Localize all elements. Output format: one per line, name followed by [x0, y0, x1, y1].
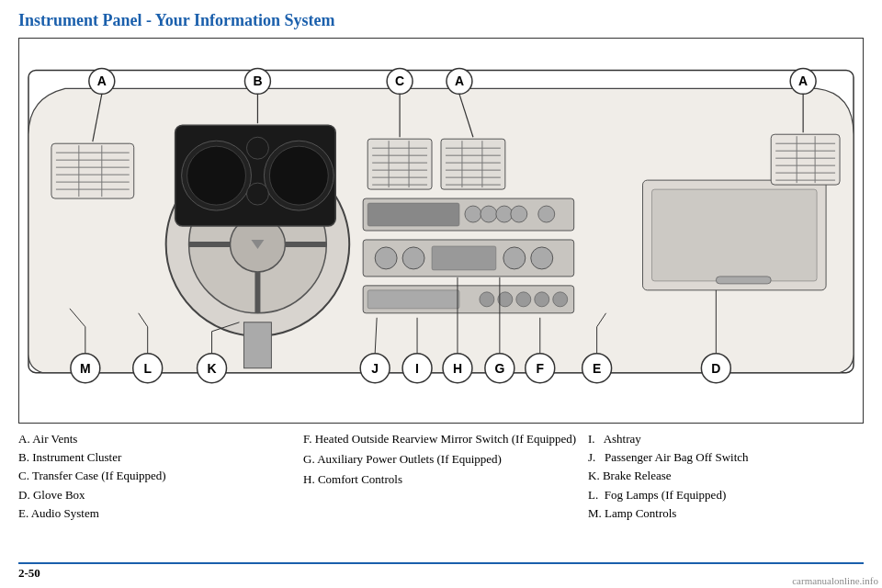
svg-point-71 — [480, 292, 494, 307]
svg-text:A: A — [97, 74, 107, 88]
svg-point-59 — [481, 206, 497, 222]
legend-letter-e: E. — [18, 506, 31, 520]
legend-letter-f: F. — [303, 432, 315, 446]
legend-area: A. Air Vents B. Instrument Cluster C. Tr… — [18, 431, 864, 559]
svg-point-64 — [375, 247, 397, 269]
svg-rect-1 — [51, 143, 134, 198]
legend-col-2: F. Heated Outside Rearview Mirror Switch… — [303, 431, 579, 559]
legend-item-f: F. Heated Outside Rearview Mirror Switch… — [303, 431, 579, 447]
svg-text:F: F — [536, 361, 544, 376]
svg-text:A: A — [798, 74, 808, 88]
svg-rect-21 — [243, 322, 271, 368]
page-footer: 2-50 — [18, 562, 864, 581]
svg-point-26 — [269, 146, 328, 205]
svg-text:B: B — [253, 74, 262, 88]
svg-text:G: G — [494, 361, 504, 376]
legend-item-m: M. Lamp Controls — [588, 505, 864, 522]
svg-text:K: K — [208, 361, 217, 376]
legend-item-i: I. Ashtray — [588, 431, 864, 447]
svg-point-28 — [246, 183, 268, 205]
legend-item-a: A. Air Vents — [18, 431, 294, 447]
legend-item-e: E. Audio System — [18, 505, 294, 522]
svg-point-58 — [465, 206, 481, 222]
legend-letter-m: M. — [588, 506, 605, 520]
svg-point-61 — [511, 206, 527, 222]
legend-item-j: J. Passenger Air Bag Off Switch — [588, 449, 864, 466]
legend-item-d: D. Glove Box — [18, 487, 294, 503]
page: Instrument Panel - Your Information Syst… — [0, 0, 882, 588]
legend-item-b: B. Instrument Cluster — [18, 449, 294, 466]
svg-point-27 — [246, 137, 268, 159]
legend-letter-a: A. — [18, 432, 32, 446]
svg-text:A: A — [455, 74, 464, 88]
svg-point-67 — [503, 247, 526, 269]
legend-letter-j: J. — [588, 450, 605, 464]
svg-text:H: H — [453, 361, 462, 376]
svg-rect-57 — [368, 203, 459, 226]
svg-point-65 — [402, 247, 424, 269]
legend-item-k: K. Brake Release — [588, 468, 864, 484]
svg-point-75 — [553, 292, 568, 307]
svg-text:M: M — [80, 361, 91, 376]
legend-letter-h: H. — [303, 472, 318, 486]
legend-item-h: H. Comfort Controls — [303, 471, 579, 488]
svg-rect-66 — [432, 246, 496, 270]
svg-point-73 — [516, 292, 531, 307]
svg-point-68 — [531, 247, 553, 269]
svg-text:D: D — [711, 361, 720, 376]
legend-item-c: C. Transfer Case (If Equipped) — [18, 468, 294, 484]
svg-rect-70 — [368, 290, 459, 309]
svg-point-60 — [496, 206, 513, 222]
page-number: 2-50 — [18, 566, 40, 581]
legend-letter-g: G. — [303, 452, 317, 466]
svg-rect-77 — [652, 189, 818, 281]
svg-text:E: E — [593, 361, 601, 376]
svg-point-62 — [538, 206, 555, 222]
svg-text:I: I — [415, 361, 419, 376]
legend-col-3: I. Ashtray J. Passenger Air Bag Off Swit… — [588, 431, 864, 559]
legend-letter-c: C. — [18, 469, 32, 482]
page-title: Instrument Panel - Your Information Syst… — [18, 11, 864, 30]
svg-text:L: L — [143, 361, 152, 376]
legend-letter-b: B. — [18, 450, 32, 464]
svg-point-74 — [535, 292, 549, 307]
svg-rect-46 — [441, 139, 505, 189]
svg-rect-32 — [368, 139, 432, 189]
legend-letter-i: I. — [588, 432, 604, 446]
watermark: carmanualonline.info — [792, 575, 878, 586]
legend-letter-l: L. — [588, 488, 605, 502]
svg-point-24 — [187, 146, 246, 205]
legend-letter-k: K. — [588, 469, 603, 482]
svg-rect-79 — [771, 134, 840, 185]
svg-text:J: J — [371, 361, 379, 376]
legend-col-1: A. Air Vents B. Instrument Cluster C. Tr… — [18, 431, 294, 559]
instrument-panel-diagram: A — [18, 38, 864, 424]
legend-item-g: G. Auxiliary Power Outlets (If Equipped) — [303, 451, 579, 468]
legend-letter-d: D. — [18, 488, 33, 502]
svg-rect-78 — [716, 277, 771, 284]
legend-item-l: L. Fog Lamps (If Equipped) — [588, 487, 864, 503]
svg-text:C: C — [395, 74, 404, 88]
